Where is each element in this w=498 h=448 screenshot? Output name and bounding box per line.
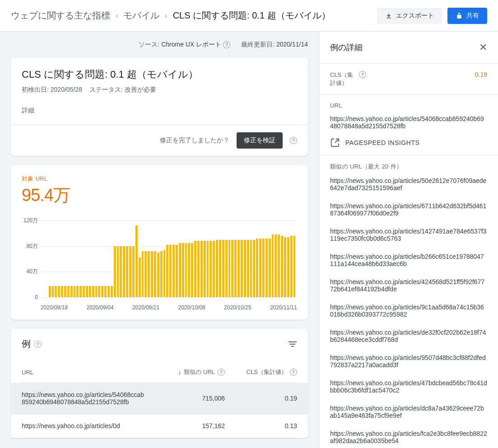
filter-icon[interactable] bbox=[288, 341, 297, 347]
bar bbox=[114, 246, 116, 297]
similar-url[interactable]: https://news.yahoo.co.jp/articles/9507d4… bbox=[330, 354, 487, 369]
y-tick-label: 120万 bbox=[23, 217, 38, 224]
table-header: URL ↓ 類似の URL ? CLS（集計値） ? bbox=[22, 362, 297, 383]
bar bbox=[172, 245, 175, 297]
fix-question: 修正を完了しましたか？ bbox=[160, 136, 229, 145]
bar bbox=[163, 250, 166, 297]
table-row[interactable]: https://news.yahoo.co.jp/articles/54068c… bbox=[11, 383, 308, 414]
issue-card: CLS に関する問題: 0.1 超（モバイル） 初検出日: 2020/05/28… bbox=[11, 58, 308, 156]
side-url-value: https://news.yahoo.co.jp/articles/54068c… bbox=[330, 115, 487, 130]
help-icon[interactable]: ? bbox=[223, 41, 230, 48]
x-tick-label: 2020/09/04 bbox=[87, 304, 114, 311]
similar-url[interactable]: https://news.yahoo.co.jp/articles/424568… bbox=[330, 278, 487, 293]
pagespeed-insights-link[interactable]: PAGESPEED INSIGHTS bbox=[330, 138, 487, 148]
bar bbox=[70, 286, 73, 298]
validate-fix-button[interactable]: 修正を検証 bbox=[237, 132, 283, 149]
details-link[interactable]: 詳細 bbox=[22, 107, 297, 115]
help-icon[interactable]: ? bbox=[290, 137, 297, 144]
row-url: https://news.yahoo.co.jp/articles/0d bbox=[22, 422, 153, 429]
bar bbox=[290, 236, 293, 297]
updated-label: 最終更新日: bbox=[241, 41, 275, 48]
similar-url[interactable]: https://news.yahoo.co.jp/articles/9c1aa5… bbox=[330, 303, 487, 318]
bar bbox=[287, 237, 289, 297]
bar bbox=[98, 286, 100, 298]
bar bbox=[117, 246, 119, 297]
bar bbox=[262, 238, 265, 297]
sort-down-icon: ↓ bbox=[178, 369, 181, 376]
examples-title: 例 bbox=[22, 338, 31, 350]
bar bbox=[247, 240, 249, 298]
col-url-header[interactable]: URL bbox=[22, 369, 153, 376]
similar-url[interactable]: https://news.yahoo.co.jp/articles/6711b6… bbox=[330, 202, 487, 217]
x-tick-label: 2020/09/21 bbox=[132, 304, 159, 311]
bar bbox=[76, 286, 79, 298]
bar bbox=[272, 234, 274, 297]
bar bbox=[157, 252, 159, 297]
similar-url[interactable]: https://news.yahoo.co.jp/articles/50e261… bbox=[330, 177, 487, 191]
x-tick-label: 2020/10/08 bbox=[178, 304, 205, 311]
open-in-new-icon bbox=[330, 138, 340, 148]
bar bbox=[265, 238, 268, 297]
similar-url[interactable]: https://news.yahoo.co.jp/articles/142749… bbox=[330, 228, 487, 242]
meta-row: ソース: Chrome UX レポート ? 最終更新日: 2020/11/14 bbox=[11, 41, 308, 49]
source-label: ソース: bbox=[139, 41, 159, 48]
bar bbox=[123, 246, 125, 297]
help-icon[interactable]: ? bbox=[218, 369, 225, 376]
bar bbox=[107, 286, 110, 298]
close-icon[interactable]: ✕ bbox=[479, 42, 487, 53]
bar bbox=[207, 241, 209, 297]
bar bbox=[148, 251, 150, 297]
bar bbox=[228, 240, 231, 298]
bar bbox=[259, 238, 261, 297]
bar bbox=[142, 251, 144, 297]
lock-icon bbox=[456, 12, 463, 19]
breadcrumb-mobile[interactable]: モバイル bbox=[123, 9, 159, 22]
first-detected-label: 初検出日: bbox=[22, 86, 49, 93]
side-title: 例の詳細 bbox=[330, 42, 363, 53]
bar bbox=[129, 246, 131, 297]
export-button[interactable]: エクスポート bbox=[377, 8, 442, 24]
help-icon[interactable]: ? bbox=[290, 369, 297, 376]
chart-big-value: 95.4万 bbox=[22, 184, 297, 207]
bar bbox=[79, 286, 82, 298]
breadcrumb-root[interactable]: ウェブに関する主な指標 bbox=[11, 9, 110, 22]
bar bbox=[49, 286, 51, 298]
bar bbox=[67, 286, 70, 298]
status-label: ステータス: bbox=[89, 86, 123, 93]
help-icon[interactable]: ? bbox=[34, 341, 42, 348]
similar-url[interactable]: https://news.yahoo.co.jp/articles/b266c6… bbox=[330, 253, 487, 267]
bar bbox=[231, 240, 233, 298]
similar-url[interactable]: https://news.yahoo.co.jp/articles/47bdcb… bbox=[330, 379, 487, 394]
updated-value: 2020/11/14 bbox=[276, 41, 308, 48]
bar bbox=[250, 240, 252, 298]
bar bbox=[197, 241, 200, 297]
header: ウェブに関する主な指標 › モバイル › CLS に関する問題: 0.1 超（モ… bbox=[0, 0, 498, 32]
bar bbox=[95, 286, 98, 298]
breadcrumb-current: CLS に関する問題: 0.1 超（モバイル） bbox=[173, 9, 330, 22]
bar bbox=[182, 243, 184, 297]
examples-card: 例 ? URL ↓ 類似の URL ? CLS（集計値） ? https://n… bbox=[11, 329, 308, 438]
share-button[interactable]: 共有 bbox=[447, 8, 487, 24]
bar bbox=[132, 246, 135, 297]
bar bbox=[58, 286, 60, 298]
bar bbox=[219, 240, 221, 298]
bar bbox=[293, 236, 296, 297]
bar bbox=[225, 240, 228, 298]
bar bbox=[241, 240, 243, 298]
chevron-right-icon: › bbox=[165, 12, 167, 20]
similar-url[interactable]: https://news.yahoo.co.jp/articles/dc8a7a… bbox=[330, 405, 487, 419]
similar-url[interactable]: https://news.yahoo.co.jp/articles/fca2e3… bbox=[330, 430, 487, 444]
x-axis-labels: 2020/08/182020/09/042020/09/212020/10/08… bbox=[41, 304, 297, 311]
col-similar-header[interactable]: ↓ 類似の URL ? bbox=[153, 368, 225, 376]
y-tick-label: 40万 bbox=[27, 268, 38, 275]
col-cls-header[interactable]: CLS（集計値） ? bbox=[225, 368, 297, 376]
help-icon[interactable]: ? bbox=[359, 71, 366, 78]
table-row[interactable]: https://news.yahoo.co.jp/articles/0d157,… bbox=[22, 414, 297, 438]
bar bbox=[160, 251, 163, 297]
bar bbox=[101, 286, 103, 298]
side-cls-value: 0.19 bbox=[475, 71, 487, 78]
similar-url[interactable]: https://news.yahoo.co.jp/articles/de32f0… bbox=[330, 329, 487, 343]
bar bbox=[154, 251, 156, 297]
bar bbox=[185, 243, 187, 297]
bar bbox=[55, 286, 57, 298]
